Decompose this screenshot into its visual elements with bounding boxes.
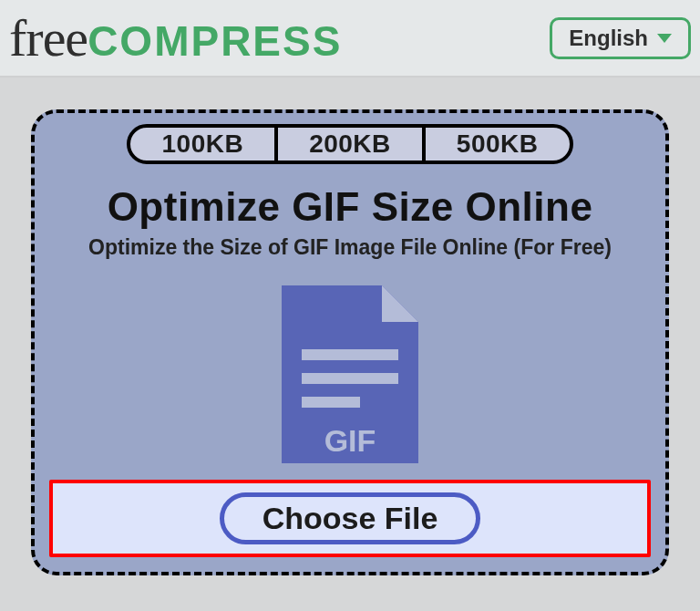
size-preset-group: 100KB 200KB 500KB (49, 124, 651, 164)
size-preset-100kb[interactable]: 100KB (127, 124, 278, 164)
caret-down-icon (657, 34, 672, 43)
gif-file-icon: GIF (49, 285, 651, 463)
language-select[interactable]: English (550, 17, 691, 59)
svg-rect-2 (302, 397, 360, 408)
choose-file-button[interactable]: Choose File (220, 492, 481, 544)
language-label: English (569, 26, 648, 51)
logo-compress-text: COMPRESS (88, 20, 342, 62)
file-badge-text: GIF (324, 423, 376, 458)
app-header: free COMPRESS English (0, 0, 700, 78)
svg-rect-1 (302, 373, 398, 384)
logo-free-text: free (9, 12, 88, 65)
svg-rect-0 (302, 349, 398, 360)
size-preset-200kb[interactable]: 200KB (278, 124, 422, 164)
brand-logo[interactable]: free COMPRESS (9, 12, 342, 65)
choose-file-bar: Choose File (49, 480, 651, 557)
size-preset-500kb[interactable]: 500KB (422, 124, 573, 164)
page-title: Optimize GIF Size Online (49, 184, 651, 230)
upload-panel: 100KB 200KB 500KB Optimize GIF Size Onli… (31, 109, 669, 575)
page-subtitle: Optimize the Size of GIF Image File Onli… (49, 235, 651, 260)
